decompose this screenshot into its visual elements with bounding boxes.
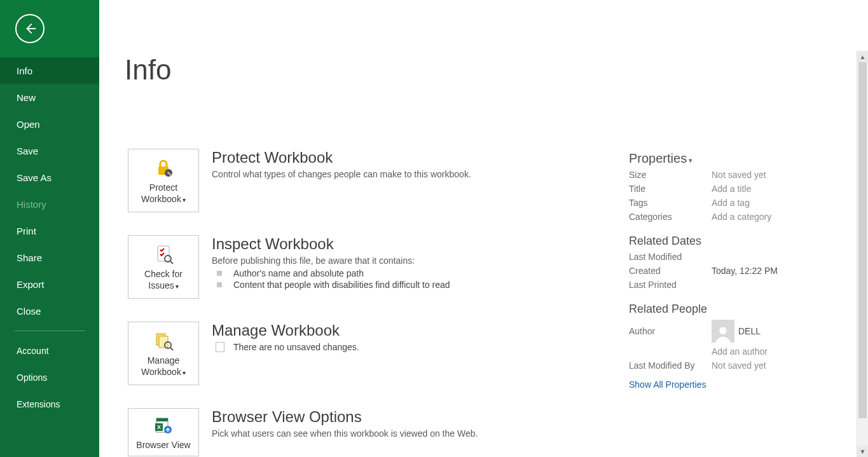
lock-icon: [153, 156, 174, 179]
prop-author: Author DELL: [629, 320, 845, 343]
nav-separator: [14, 331, 85, 331]
checklist-icon: [153, 243, 174, 266]
backstage-sidebar: Info New Open Save Save As History Print…: [0, 0, 99, 457]
nav-label: Extensions: [17, 399, 60, 409]
inspect-desc: Before publishing this file, be aware th…: [212, 256, 450, 266]
protect-button-label: Protect Workbook▾: [131, 182, 196, 205]
browser-title: Browser View Options: [212, 408, 478, 426]
nav-label: Close: [17, 306, 41, 317]
nav-share[interactable]: Share: [0, 244, 99, 271]
back-button[interactable]: [15, 14, 45, 43]
inspect-body: Inspect Workbook Before publishing this …: [212, 235, 450, 290]
inspect-bullet: Content that people with disabilities fi…: [212, 280, 450, 290]
nav-info[interactable]: Info: [0, 57, 99, 84]
nav-export[interactable]: Export: [0, 271, 99, 297]
scroll-down-button[interactable]: ▼: [857, 446, 868, 457]
nav-new[interactable]: New: [0, 84, 99, 111]
info-sections: Protect Workbook▾ Protect Workbook Contr…: [128, 149, 614, 456]
manage-button-label: Manage Workbook▾: [131, 355, 196, 378]
nav-save[interactable]: Save: [0, 137, 99, 164]
protect-desc: Control what types of changes people can…: [212, 169, 471, 179]
nav-close[interactable]: Close: [0, 297, 99, 324]
nav-history: History: [0, 191, 99, 217]
browser-desc: Pick what users can see when this workbo…: [212, 428, 478, 439]
protect-title: Protect Workbook: [212, 149, 471, 167]
nav-extensions[interactable]: Extensions: [0, 391, 99, 418]
versions-icon: [153, 329, 174, 352]
inspect-bullets: Author's name and absolute path Content …: [212, 268, 450, 290]
author-entry[interactable]: DELL: [712, 320, 761, 343]
properties-header[interactable]: Properties: [629, 151, 845, 166]
sidebar-header: [0, 0, 99, 57]
section-protect: Protect Workbook▾ Protect Workbook Contr…: [128, 149, 614, 212]
scroll-track[interactable]: [857, 62, 868, 446]
properties-panel: Properties SizeNot saved yet TitleAdd a …: [629, 151, 845, 390]
prop-size: SizeNot saved yet: [629, 170, 845, 180]
prop-last-printed: Last Printed: [629, 280, 845, 290]
section-inspect: Check for Issues▾ Inspect Workbook Befor…: [128, 235, 614, 299]
inspect-bullet: Author's name and absolute path: [212, 268, 450, 278]
svg-text:X: X: [157, 424, 161, 430]
back-arrow-icon: [23, 22, 37, 36]
svg-line-13: [170, 348, 173, 350]
manage-body: Manage Workbook There are no unsaved cha…: [212, 322, 359, 352]
scroll-up-button[interactable]: ▲: [857, 51, 868, 62]
nav-label: Open: [17, 119, 40, 130]
svg-rect-15: [156, 418, 168, 421]
svg-point-20: [719, 327, 727, 335]
prop-categories[interactable]: CategoriesAdd a category: [629, 212, 845, 222]
bullet-icon: [217, 282, 222, 287]
browser-view-label: Browser View: [136, 439, 190, 451]
nav-label: Export: [17, 279, 44, 290]
prop-add-author[interactable]: Add an author: [629, 346, 845, 357]
related-dates-header: Related Dates: [629, 235, 845, 248]
nav-items: Info New Open Save Save As History Print…: [0, 57, 99, 324]
related-people-header: Related People: [629, 303, 845, 316]
protect-body: Protect Workbook Control what types of c…: [212, 149, 471, 179]
nav-label: New: [17, 92, 36, 103]
browser-view-button[interactable]: X Browser View: [128, 408, 199, 456]
check-issues-button[interactable]: Check for Issues▾: [128, 235, 199, 299]
nav-label: Save: [17, 146, 38, 156]
scroll-thumb[interactable]: [858, 62, 867, 418]
vertical-scrollbar[interactable]: ▲ ▼: [857, 51, 868, 457]
manage-title: Manage Workbook: [212, 322, 359, 339]
nav-label: History: [17, 199, 46, 210]
section-browser: X Browser View Browser View Options Pick…: [128, 408, 614, 456]
nav-account[interactable]: Account: [0, 338, 99, 364]
protect-workbook-button[interactable]: Protect Workbook▾: [128, 149, 199, 212]
nav-bottom: Account Options Extensions: [0, 338, 99, 418]
page-title: Info: [125, 54, 171, 86]
prop-last-modified: Last Modified: [629, 252, 845, 262]
section-manage: Manage Workbook▾ Manage Workbook There a…: [128, 322, 614, 385]
browser-view-icon: X: [153, 414, 174, 437]
avatar-icon: [712, 320, 734, 343]
nav-label: Info: [17, 65, 32, 76]
prop-tags[interactable]: TagsAdd a tag: [629, 198, 845, 208]
main-content: Info Protect Workbook▾ Protect Workbook …: [99, 0, 868, 457]
prop-last-modified-by: Last Modified ByNot saved yet: [629, 360, 845, 371]
svg-line-9: [170, 261, 173, 264]
bullet-icon: [217, 271, 222, 276]
nav-save-as[interactable]: Save As: [0, 164, 99, 191]
check-issues-label: Check for Issues▾: [131, 268, 196, 291]
inspect-title: Inspect Workbook: [212, 235, 450, 253]
prop-title[interactable]: TitleAdd a title: [629, 184, 845, 194]
nav-label: Print: [17, 226, 36, 236]
nav-open[interactable]: Open: [0, 111, 99, 137]
prop-created: CreatedToday, 12:22 PM: [629, 266, 845, 276]
nav-label: Options: [17, 372, 47, 383]
nav-label: Save As: [17, 172, 52, 183]
nav-options[interactable]: Options: [0, 364, 99, 391]
browser-body: Browser View Options Pick what users can…: [212, 408, 478, 439]
nav-label: Share: [17, 252, 42, 263]
nav-print[interactable]: Print: [0, 217, 99, 244]
nav-label: Account: [17, 346, 49, 356]
manage-workbook-button[interactable]: Manage Workbook▾: [128, 322, 199, 385]
manage-empty-row: There are no unsaved changes.: [212, 342, 359, 352]
show-all-properties-link[interactable]: Show All Properties: [629, 379, 845, 390]
document-icon: [216, 342, 224, 352]
